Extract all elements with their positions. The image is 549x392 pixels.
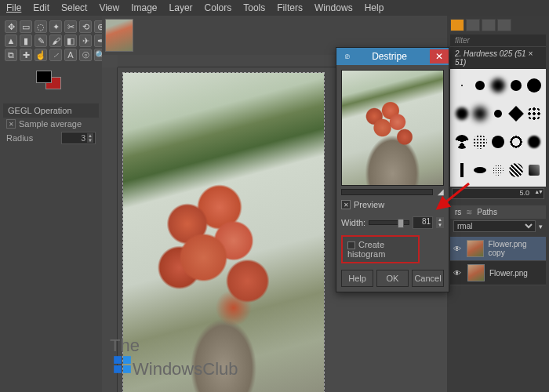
tool-transform[interactable]: ⟲ bbox=[79, 20, 92, 33]
layer-row[interactable]: 👁 Flower.png bbox=[450, 261, 546, 285]
svg-rect-3 bbox=[123, 365, 131, 373]
tool-bucket[interactable]: ▲ bbox=[5, 34, 17, 47]
brush-preset[interactable] bbox=[453, 72, 470, 99]
histogram-checkbox[interactable] bbox=[347, 241, 355, 249]
menu-edit[interactable]: Edit bbox=[33, 2, 49, 13]
radius-down[interactable]: ▼ bbox=[87, 138, 93, 143]
tool-text[interactable]: A bbox=[64, 49, 77, 61]
layer-thumbnail bbox=[467, 240, 483, 257]
menu-file[interactable]: File bbox=[6, 2, 21, 13]
brush-preset[interactable] bbox=[508, 100, 525, 127]
tool-path[interactable]: ⟋ bbox=[49, 49, 62, 61]
menu-layer[interactable]: Layer bbox=[169, 2, 193, 13]
brush-grid bbox=[450, 69, 546, 187]
toolbox-panel: ✥ ▭ ◌ ✦ ✂ ⟲ ⊚ ▲ ▮ ✎ 🖌 ◧ ✈ ✒ ⧉ ✚ ☝ ⟋ A ⦾ … bbox=[0, 16, 102, 392]
dialog-titlebar[interactable]: ⎚ Destripe ✕ bbox=[336, 48, 449, 65]
tool-brush[interactable]: 🖌 bbox=[49, 34, 62, 47]
brush-preset[interactable] bbox=[471, 72, 488, 99]
tool-clone[interactable]: ⧉ bbox=[5, 49, 17, 61]
menu-filters[interactable]: Filters bbox=[277, 2, 303, 13]
tool-crop[interactable]: ✂ bbox=[64, 20, 77, 33]
brush-tab-4[interactable] bbox=[497, 19, 511, 31]
menu-help[interactable]: Help bbox=[365, 2, 384, 13]
menu-view[interactable]: View bbox=[99, 2, 119, 13]
brush-tab-3[interactable] bbox=[482, 19, 496, 31]
brush-preset[interactable] bbox=[471, 157, 488, 183]
radius-field[interactable]: 3 ▲▼ bbox=[61, 132, 96, 144]
paths-tab[interactable]: Paths bbox=[477, 208, 497, 216]
watermark: The WindowsClub bbox=[110, 337, 238, 378]
tool-airbrush[interactable]: ✈ bbox=[79, 34, 92, 47]
brush-preset[interactable] bbox=[471, 100, 488, 127]
brush-preset[interactable] bbox=[526, 129, 543, 155]
brush-preset[interactable] bbox=[489, 100, 506, 127]
layer-list: 👁 Flower.png copy 👁 Flower.png bbox=[450, 237, 546, 285]
help-button[interactable]: Help bbox=[341, 270, 373, 287]
brush-preset[interactable] bbox=[526, 157, 543, 183]
width-field[interactable]: 81 bbox=[413, 216, 433, 229]
preview-image[interactable] bbox=[341, 70, 444, 186]
brush-filter-input[interactable]: filter bbox=[450, 34, 546, 46]
blend-mode-select[interactable]: rmal bbox=[453, 220, 536, 232]
brush-preset[interactable] bbox=[471, 129, 488, 155]
svg-rect-1 bbox=[123, 356, 131, 364]
brush-preset[interactable] bbox=[489, 157, 506, 183]
preview-checkbox[interactable]: ✕ bbox=[341, 200, 351, 209]
color-swatches[interactable] bbox=[36, 71, 64, 96]
tool-gradient[interactable]: ▮ bbox=[20, 34, 32, 47]
preview-scrollbar[interactable] bbox=[341, 189, 433, 195]
tool-eraser[interactable]: ◧ bbox=[64, 34, 77, 47]
tool-free-select[interactable]: ◌ bbox=[35, 20, 47, 33]
brush-tab-1[interactable] bbox=[450, 19, 464, 31]
width-up[interactable]: ▲ bbox=[436, 217, 444, 223]
foreground-color[interactable] bbox=[36, 71, 52, 83]
menu-tools[interactable]: Tools bbox=[243, 2, 265, 13]
create-histogram-toggle[interactable]: Create histogram bbox=[341, 235, 420, 263]
brush-preset[interactable] bbox=[489, 72, 506, 99]
close-option-icon[interactable]: ✕ bbox=[6, 119, 16, 129]
width-down[interactable]: ▼ bbox=[436, 223, 444, 228]
preview-nav-icon[interactable]: ◢ bbox=[438, 187, 444, 196]
brush-preset[interactable] bbox=[508, 157, 525, 183]
slider-thumb[interactable] bbox=[398, 219, 404, 228]
brush-preset[interactable] bbox=[508, 72, 525, 99]
tool-grid: ✥ ▭ ◌ ✦ ✂ ⟲ ⊚ ▲ ▮ ✎ 🖌 ◧ ✈ ✒ ⧉ ✚ ☝ ⟋ A ⦾ … bbox=[3, 19, 99, 63]
layers-tab[interactable]: rs bbox=[455, 208, 461, 216]
brush-preset[interactable] bbox=[526, 72, 543, 99]
menu-colors[interactable]: Colors bbox=[205, 2, 232, 13]
layer-row[interactable]: 👁 Flower.png copy bbox=[450, 237, 546, 261]
ok-button[interactable]: OK bbox=[376, 270, 409, 287]
watermark-logo-icon bbox=[112, 354, 133, 375]
brush-preset[interactable] bbox=[453, 100, 470, 127]
close-button[interactable]: ✕ bbox=[430, 49, 449, 64]
brush-tab-2[interactable] bbox=[466, 19, 480, 31]
visibility-icon[interactable]: 👁 bbox=[453, 269, 463, 278]
layer-name: Flower.png bbox=[489, 269, 528, 278]
brush-preset[interactable] bbox=[508, 129, 525, 155]
menu-image[interactable]: Image bbox=[131, 2, 157, 13]
tool-picker[interactable]: ⦾ bbox=[79, 49, 92, 61]
tool-move[interactable]: ✥ bbox=[5, 20, 17, 33]
menu-windows[interactable]: Windows bbox=[314, 2, 353, 13]
preview-toggle[interactable]: ✕ Preview bbox=[341, 196, 444, 213]
brush-preset[interactable] bbox=[453, 129, 470, 155]
brush-size-field[interactable]: 5.0 bbox=[452, 188, 544, 199]
svg-rect-2 bbox=[114, 365, 122, 373]
brush-preset[interactable] bbox=[489, 129, 506, 155]
tool-rect-select[interactable]: ▭ bbox=[20, 20, 32, 33]
image-tab-thumbnail[interactable] bbox=[105, 19, 133, 52]
dialog-sys-icon: ⎚ bbox=[341, 51, 352, 62]
brush-preset[interactable] bbox=[453, 157, 470, 183]
tool-fuzzy-select[interactable]: ✦ bbox=[49, 20, 62, 33]
tool-pencil[interactable]: ✎ bbox=[35, 34, 47, 47]
tool-smudge[interactable]: ☝ bbox=[35, 49, 47, 61]
brush-preset[interactable] bbox=[526, 100, 543, 127]
svg-rect-0 bbox=[114, 356, 122, 364]
tool-heal[interactable]: ✚ bbox=[20, 49, 32, 61]
cancel-button[interactable]: Cancel bbox=[412, 270, 444, 287]
option-sample-average[interactable]: ✕ Sample average bbox=[3, 118, 99, 130]
width-slider[interactable] bbox=[369, 220, 409, 225]
menu-bar: File Edit Select View Image Layer Colors… bbox=[0, 0, 549, 16]
menu-select[interactable]: Select bbox=[61, 2, 87, 13]
visibility-icon[interactable]: 👁 bbox=[453, 245, 462, 253]
